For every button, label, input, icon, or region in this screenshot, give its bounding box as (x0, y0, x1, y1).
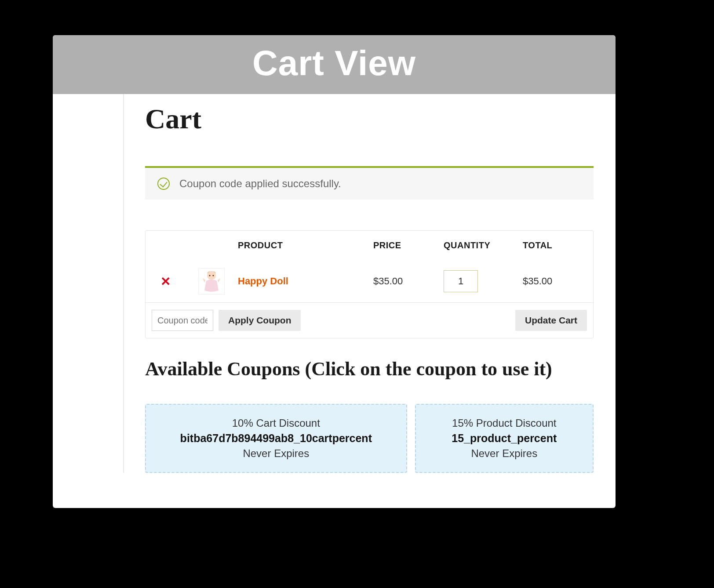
cart-row: ✕ (146, 260, 593, 302)
svg-point-2 (212, 275, 214, 276)
svg-point-1 (209, 275, 210, 276)
product-thumb-cell (185, 268, 238, 294)
col-quantity: QUANTITY (444, 240, 523, 250)
coupon-desc: 15% Product Discount (421, 417, 587, 429)
check-circle-icon (157, 178, 170, 190)
divider-rule (123, 94, 124, 473)
coupon-card[interactable]: 10% Cart Discount bitba67d7b894499ab8_10… (145, 404, 407, 473)
notice-text: Coupon code applied successfully. (179, 178, 341, 190)
coupons-list: 10% Cart Discount bitba67d7b894499ab8_10… (145, 404, 594, 473)
quantity-input[interactable] (444, 270, 478, 292)
col-price: PRICE (373, 240, 444, 250)
available-coupons-title: Available Coupons (Click on the coupon t… (145, 356, 594, 382)
col-product: PRODUCT (238, 240, 373, 250)
svg-point-0 (207, 271, 216, 280)
cart-table: PRODUCT PRICE QUANTITY TOTAL ✕ (145, 230, 594, 338)
update-cart-button[interactable]: Update Cart (515, 310, 587, 331)
product-thumbnail[interactable] (198, 268, 225, 294)
coupon-expiry: Never Expires (421, 447, 587, 460)
success-notice: Coupon code applied successfully. (145, 166, 594, 200)
coupon-code: 15_product_percent (421, 432, 587, 445)
cart-actions-row: Apply Coupon Update Cart (146, 302, 593, 338)
cart-table-header: PRODUCT PRICE QUANTITY TOTAL (146, 231, 593, 260)
coupon-code: bitba67d7b894499ab8_10cartpercent (151, 432, 401, 445)
col-total: TOTAL (523, 240, 593, 250)
product-price: $35.00 (373, 276, 444, 287)
app-frame: Cart View Cart Coupon code applied succe… (53, 35, 616, 508)
coupon-desc: 10% Cart Discount (151, 417, 401, 429)
apply-coupon-button[interactable]: Apply Coupon (219, 310, 301, 331)
coupon-expiry: Never Expires (151, 447, 401, 460)
coupon-code-input[interactable] (152, 310, 213, 331)
quantity-cell (444, 270, 523, 292)
cart-page: Cart Coupon code applied successfully. P… (53, 94, 616, 508)
coupon-card[interactable]: 15% Product Discount 15_product_percent … (415, 404, 594, 473)
page-title: Cart (145, 103, 594, 135)
remove-item-button[interactable]: ✕ (146, 274, 185, 289)
banner-title: Cart View (53, 35, 616, 94)
product-name-link[interactable]: Happy Doll (238, 276, 373, 287)
doll-icon (202, 269, 221, 293)
product-total: $35.00 (523, 276, 593, 287)
